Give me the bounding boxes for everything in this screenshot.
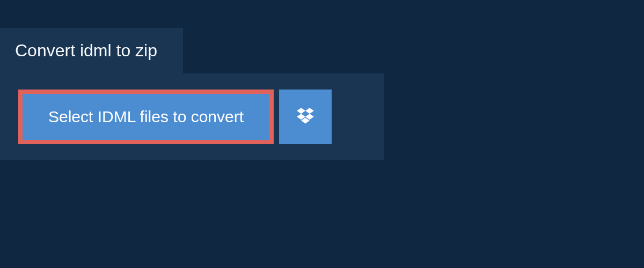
upload-panel: Select IDML files to convert [0, 73, 384, 160]
select-files-button[interactable]: Select IDML files to convert [23, 94, 269, 140]
dropbox-icon [295, 106, 316, 128]
button-row: Select IDML files to convert [18, 90, 365, 144]
header-tab: Convert idml to zip [0, 28, 183, 73]
page-title: Convert idml to zip [15, 41, 157, 60]
select-button-highlight: Select IDML files to convert [18, 90, 274, 144]
dropbox-button[interactable] [279, 90, 332, 144]
